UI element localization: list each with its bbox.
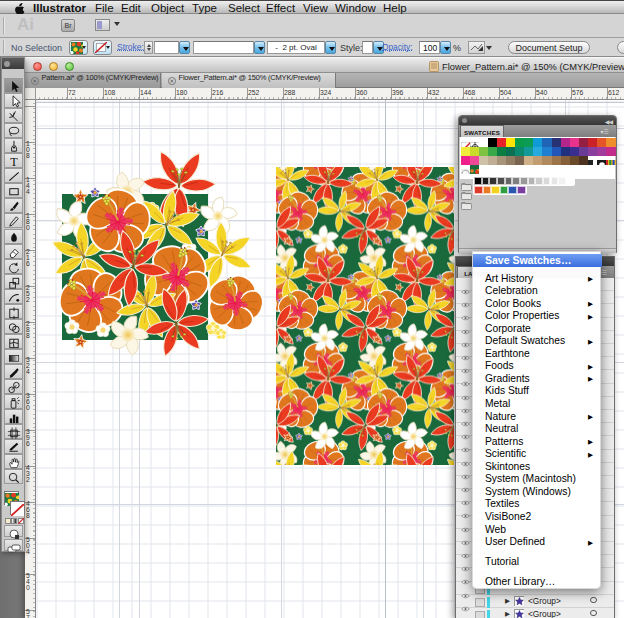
svg-text:T: T [10, 155, 18, 169]
